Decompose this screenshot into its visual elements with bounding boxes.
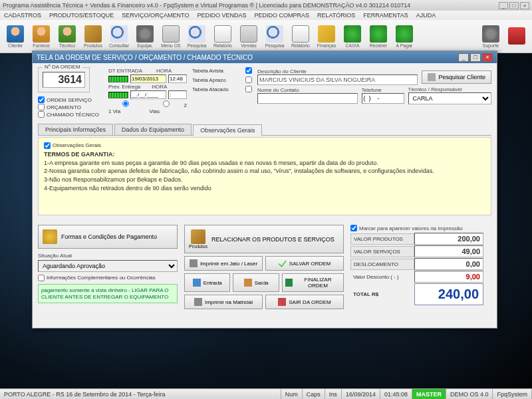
valor-deslocamento: 0,00 bbox=[414, 258, 483, 270]
observacoes-box: Observações Gerais TERMOS DE GARANTIA: 1… bbox=[38, 137, 491, 215]
win-maximize[interactable]: □ bbox=[470, 53, 481, 62]
valor-servicos: 49,00 bbox=[414, 245, 483, 257]
order-number-group: Nº DA ORDEM 3614 bbox=[38, 67, 90, 92]
app-titlebar: Programa Assistência Técnica + Vendas & … bbox=[0, 0, 532, 11]
tb-tecnico[interactable]: Técnico bbox=[55, 21, 80, 51]
date-prev-entrega[interactable] bbox=[130, 90, 166, 99]
tb-produtos[interactable]: Produtos bbox=[80, 21, 106, 51]
exit-icon bbox=[508, 27, 525, 45]
led-indicator bbox=[108, 76, 128, 82]
chk-chamado-tecnico[interactable]: CHAMADO TÉCNICO bbox=[38, 111, 103, 118]
status-location: PORTO ALEGRE - RS 16 de Setembro de 2014… bbox=[0, 389, 281, 399]
relacionar-produtos-button[interactable]: Produtos RELACIONAR OS PRODUTOS E SERVIÇ… bbox=[184, 225, 344, 253]
tb-receber[interactable]: Receber bbox=[366, 21, 391, 51]
cliente-descricao[interactable] bbox=[257, 74, 418, 85]
headset-icon bbox=[482, 25, 499, 43]
situacao-atual[interactable]: Aguardando Aprovação bbox=[38, 260, 178, 272]
menu-item[interactable]: FERRAMENTAS bbox=[363, 12, 408, 19]
tb-suporte[interactable]: Suporte bbox=[478, 21, 503, 51]
tb-financas[interactable]: Finanças bbox=[314, 21, 339, 51]
radio-2vias[interactable]: 2 Vias bbox=[149, 100, 187, 114]
monitor-icon bbox=[240, 25, 257, 43]
tecnico-responsavel[interactable]: CARLA bbox=[408, 92, 491, 104]
search-icon bbox=[110, 25, 128, 43]
menu-item[interactable]: PRODUTOS/ESTOQUE bbox=[49, 12, 114, 19]
menu-item[interactable]: CADASTROS bbox=[4, 12, 41, 19]
search-icon bbox=[428, 73, 436, 81]
person-icon bbox=[33, 25, 50, 43]
hora-entrada[interactable] bbox=[168, 74, 187, 83]
money-icon bbox=[318, 25, 335, 43]
in-icon bbox=[193, 279, 201, 287]
tb-relatorio[interactable]: Relatório bbox=[210, 21, 235, 51]
chk-tabela-avista[interactable]: Tabela Avista bbox=[192, 67, 252, 74]
app-title: Programa Assistência Técnica + Vendas & … bbox=[3, 2, 410, 9]
tb-consultar[interactable]: Consultar bbox=[106, 21, 132, 51]
print-icon bbox=[194, 298, 202, 306]
saida-button[interactable]: Saída bbox=[233, 273, 279, 292]
tb-equipa[interactable]: Equipa. bbox=[132, 21, 158, 51]
entrada-button[interactable]: Entrada bbox=[184, 273, 230, 292]
menu-item[interactable]: PEDIDO COMPRAS bbox=[254, 12, 309, 19]
chk-tabela-aprazo[interactable]: Tabela Aprazo bbox=[192, 76, 252, 83]
hora-prev[interactable] bbox=[168, 90, 187, 99]
formas-pagamento-button[interactable]: Formas e Condições de Pagamento bbox=[38, 225, 178, 249]
tb-vendas[interactable]: Vendas bbox=[236, 21, 261, 51]
coin-icon bbox=[43, 229, 57, 244]
tabs: Principais Informações Dados do Equipame… bbox=[38, 124, 491, 136]
imprimir-laser-button[interactable]: Imprimir em Jato / Laser bbox=[184, 256, 263, 271]
menu-item[interactable]: AJUDA bbox=[416, 12, 436, 19]
nome-contato[interactable] bbox=[257, 93, 358, 104]
menubar: CADASTROS PRODUTOS/ESTOQUE SERVIÇO/ORÇAM… bbox=[0, 11, 532, 20]
chk-tabela-atacado[interactable]: Tabela Atacado bbox=[192, 86, 252, 92]
chk-orcamento[interactable]: ORÇAMENTO bbox=[38, 104, 103, 110]
tb-pesquisa2[interactable]: Pesquisa bbox=[262, 21, 287, 51]
person-icon bbox=[59, 25, 76, 43]
finalizar-ordem-button[interactable]: FINALIZAR ORDEM bbox=[282, 273, 344, 292]
telefone[interactable] bbox=[362, 93, 404, 104]
valor-total: 240,00 bbox=[414, 283, 483, 305]
chk-marcar-impressao[interactable]: Marcar para aparecer valores na Impressã… bbox=[350, 225, 483, 231]
out-icon bbox=[244, 279, 252, 287]
tab-observacoes[interactable]: Observações Gerais bbox=[193, 124, 262, 136]
chk-ordem-servico[interactable]: ORDEM SERVIÇO bbox=[38, 96, 103, 103]
imprimir-matricial-button[interactable]: Imprimir na Matricial bbox=[184, 295, 263, 309]
tb-caixa[interactable]: CAIXA bbox=[340, 21, 365, 51]
sair-ordem-button[interactable]: SAIR DA ORDEM bbox=[265, 295, 344, 309]
search-icon bbox=[188, 25, 205, 43]
menu-item[interactable]: PEDIDO VENDAS bbox=[197, 12, 246, 19]
tb-apagar[interactable]: A Pagar bbox=[392, 21, 417, 51]
close-button[interactable]: × bbox=[520, 2, 529, 9]
win-minimize[interactable]: _ bbox=[458, 53, 469, 62]
menu-item[interactable]: RELATÓRIOS bbox=[317, 12, 355, 19]
tb-pesquisa[interactable]: Pesquisa bbox=[184, 21, 209, 51]
payment-note: pagamento somente a vista dinheiro - LIG… bbox=[38, 284, 178, 303]
chk-observacoes[interactable]: Observações Gerais bbox=[44, 142, 485, 149]
box-icon bbox=[84, 25, 102, 43]
valor-produtos: 200,00 bbox=[414, 233, 483, 245]
tb-exit[interactable] bbox=[504, 21, 529, 51]
app-icon bbox=[162, 25, 180, 43]
win-close[interactable]: × bbox=[482, 53, 493, 62]
tb-menuos[interactable]: Menu OS bbox=[158, 21, 184, 51]
tb-cliente[interactable]: Cliente bbox=[3, 21, 28, 51]
order-number: 3614 bbox=[43, 72, 85, 88]
tab-principais[interactable]: Principais Informações bbox=[38, 124, 113, 135]
pesquisar-cliente-button[interactable]: Pesquisar Cliente bbox=[422, 70, 491, 84]
tb-fornece[interactable]: Fornece bbox=[29, 21, 54, 51]
tab-dados-equipamento[interactable]: Dados do Equipamento bbox=[114, 124, 192, 135]
window-title: TELA DA ORDEM DE SERVIÇO / ORÇAMENTO / C… bbox=[37, 54, 253, 61]
maximize-button[interactable]: □ bbox=[509, 2, 519, 9]
menu-item[interactable]: SERVIÇO/ORÇAMENTO bbox=[122, 12, 189, 19]
date-entrada[interactable] bbox=[130, 74, 166, 83]
tb-relatorio2[interactable]: Relatório bbox=[288, 21, 313, 51]
doc-icon bbox=[292, 25, 309, 43]
radio-1via[interactable]: 1 Via bbox=[108, 100, 144, 114]
person-icon bbox=[7, 25, 24, 43]
dollar-icon bbox=[370, 25, 387, 43]
chk-info-complementares[interactable]: Informações Complementares ou Ocorrência… bbox=[38, 275, 178, 281]
dollar-icon bbox=[344, 25, 361, 43]
statusbar: PORTO ALEGRE - RS 16 de Setembro de 2014… bbox=[0, 388, 532, 399]
minimize-button[interactable]: _ bbox=[499, 2, 508, 9]
salvar-ordem-button[interactable]: SALVAR ORDEM bbox=[265, 256, 344, 271]
